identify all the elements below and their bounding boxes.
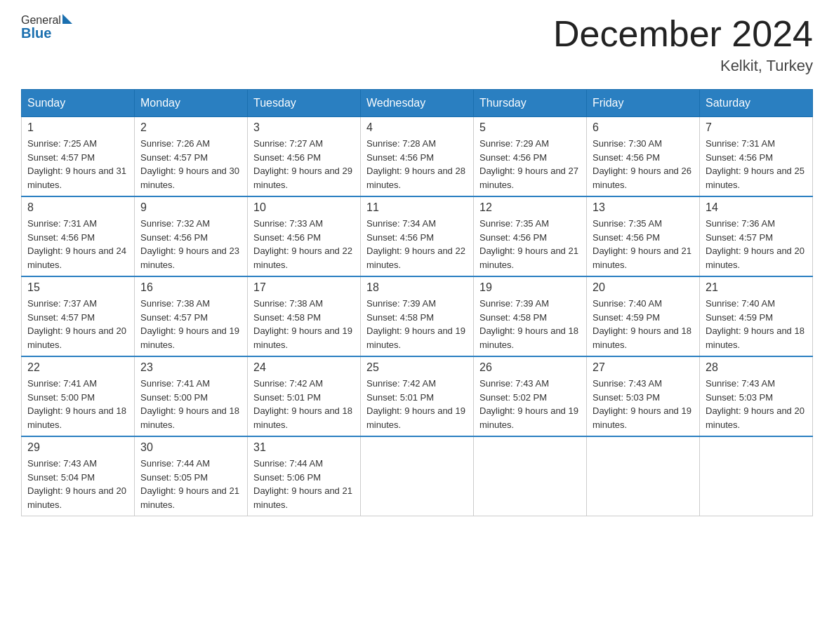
day-number: 7 <box>706 121 807 134</box>
day-info: Sunrise: 7:43 AMSunset: 5:04 PMDaylight:… <box>27 457 128 511</box>
table-row: 14Sunrise: 7:36 AMSunset: 4:57 PMDayligh… <box>700 196 813 276</box>
table-row: 16Sunrise: 7:38 AMSunset: 4:57 PMDayligh… <box>135 276 248 356</box>
table-row: 17Sunrise: 7:38 AMSunset: 4:58 PMDayligh… <box>248 276 361 356</box>
day-info: Sunrise: 7:26 AMSunset: 4:57 PMDaylight:… <box>140 137 241 192</box>
day-number: 27 <box>593 361 694 374</box>
day-info: Sunrise: 7:35 AMSunset: 4:56 PMDaylight:… <box>479 217 581 271</box>
calendar-week-row: 29Sunrise: 7:43 AMSunset: 5:04 PMDayligh… <box>22 436 813 516</box>
day-number: 26 <box>479 361 581 374</box>
day-number: 9 <box>140 201 241 214</box>
day-info: Sunrise: 7:37 AMSunset: 4:57 PMDaylight:… <box>27 297 128 351</box>
table-row: 9Sunrise: 7:32 AMSunset: 4:56 PMDaylight… <box>135 196 248 276</box>
day-number: 11 <box>366 201 468 214</box>
day-info: Sunrise: 7:25 AMSunset: 4:57 PMDaylight:… <box>27 137 128 192</box>
day-info: Sunrise: 7:34 AMSunset: 4:56 PMDaylight:… <box>366 217 468 271</box>
logo-arrow-icon <box>62 14 72 24</box>
table-row: 25Sunrise: 7:42 AMSunset: 5:01 PMDayligh… <box>361 356 474 436</box>
table-row: 1Sunrise: 7:25 AMSunset: 4:57 PMDaylight… <box>22 117 135 197</box>
day-number: 3 <box>253 121 355 134</box>
day-info: Sunrise: 7:38 AMSunset: 4:57 PMDaylight:… <box>140 297 241 351</box>
table-row: 12Sunrise: 7:35 AMSunset: 4:56 PMDayligh… <box>474 196 587 276</box>
table-row: 24Sunrise: 7:42 AMSunset: 5:01 PMDayligh… <box>248 356 361 436</box>
day-number: 20 <box>593 281 694 294</box>
col-monday: Monday <box>135 90 248 117</box>
table-row: 8Sunrise: 7:31 AMSunset: 4:56 PMDaylight… <box>22 196 135 276</box>
day-number: 19 <box>479 281 581 294</box>
table-row: 2Sunrise: 7:26 AMSunset: 4:57 PMDaylight… <box>135 117 248 197</box>
table-row: 19Sunrise: 7:39 AMSunset: 4:58 PMDayligh… <box>474 276 587 356</box>
day-number: 29 <box>27 441 128 454</box>
day-number: 6 <box>593 121 694 134</box>
table-row: 20Sunrise: 7:40 AMSunset: 4:59 PMDayligh… <box>587 276 700 356</box>
day-number: 18 <box>366 281 468 294</box>
table-row: 22Sunrise: 7:41 AMSunset: 5:00 PMDayligh… <box>22 356 135 436</box>
table-row: 13Sunrise: 7:35 AMSunset: 4:56 PMDayligh… <box>587 196 700 276</box>
day-info: Sunrise: 7:27 AMSunset: 4:56 PMDaylight:… <box>253 137 355 192</box>
day-info: Sunrise: 7:39 AMSunset: 4:58 PMDaylight:… <box>366 297 468 351</box>
table-row: 27Sunrise: 7:43 AMSunset: 5:03 PMDayligh… <box>587 356 700 436</box>
table-row: 23Sunrise: 7:41 AMSunset: 5:00 PMDayligh… <box>135 356 248 436</box>
day-info: Sunrise: 7:40 AMSunset: 4:59 PMDaylight:… <box>706 297 807 351</box>
day-info: Sunrise: 7:41 AMSunset: 5:00 PMDaylight:… <box>140 377 241 431</box>
day-number: 4 <box>366 121 468 134</box>
title-section: December 2024 Kelkit, Turkey <box>553 14 813 75</box>
calendar-header-row: Sunday Monday Tuesday Wednesday Thursday… <box>22 90 813 117</box>
table-row <box>474 436 587 516</box>
day-info: Sunrise: 7:40 AMSunset: 4:59 PMDaylight:… <box>593 297 694 351</box>
day-number: 28 <box>706 361 807 374</box>
calendar-week-row: 8Sunrise: 7:31 AMSunset: 4:56 PMDaylight… <box>22 196 813 276</box>
day-info: Sunrise: 7:32 AMSunset: 4:56 PMDaylight:… <box>140 217 241 271</box>
day-info: Sunrise: 7:29 AMSunset: 4:56 PMDaylight:… <box>479 137 581 192</box>
col-sunday: Sunday <box>22 90 135 117</box>
day-info: Sunrise: 7:42 AMSunset: 5:01 PMDaylight:… <box>253 377 355 431</box>
table-row <box>587 436 700 516</box>
logo-blue-text: Blue <box>21 25 51 41</box>
day-number: 8 <box>27 201 128 214</box>
table-row: 10Sunrise: 7:33 AMSunset: 4:56 PMDayligh… <box>248 196 361 276</box>
logo: General Blue <box>21 14 72 41</box>
day-info: Sunrise: 7:31 AMSunset: 4:56 PMDaylight:… <box>27 217 128 271</box>
day-info: Sunrise: 7:35 AMSunset: 4:56 PMDaylight:… <box>593 217 694 271</box>
day-number: 14 <box>706 201 807 214</box>
day-info: Sunrise: 7:44 AMSunset: 5:05 PMDaylight:… <box>140 457 241 511</box>
month-title: December 2024 <box>553 14 813 54</box>
day-number: 31 <box>253 441 355 454</box>
day-number: 16 <box>140 281 241 294</box>
table-row <box>361 436 474 516</box>
day-number: 24 <box>253 361 355 374</box>
table-row: 4Sunrise: 7:28 AMSunset: 4:56 PMDaylight… <box>361 117 474 197</box>
day-info: Sunrise: 7:44 AMSunset: 5:06 PMDaylight:… <box>253 457 355 511</box>
table-row: 26Sunrise: 7:43 AMSunset: 5:02 PMDayligh… <box>474 356 587 436</box>
day-info: Sunrise: 7:43 AMSunset: 5:02 PMDaylight:… <box>479 377 581 431</box>
day-number: 5 <box>479 121 581 134</box>
day-number: 23 <box>140 361 241 374</box>
day-info: Sunrise: 7:38 AMSunset: 4:58 PMDaylight:… <box>253 297 355 351</box>
calendar-week-row: 15Sunrise: 7:37 AMSunset: 4:57 PMDayligh… <box>22 276 813 356</box>
day-info: Sunrise: 7:41 AMSunset: 5:00 PMDaylight:… <box>27 377 128 431</box>
day-number: 21 <box>706 281 807 294</box>
day-info: Sunrise: 7:42 AMSunset: 5:01 PMDaylight:… <box>366 377 468 431</box>
day-number: 17 <box>253 281 355 294</box>
table-row: 18Sunrise: 7:39 AMSunset: 4:58 PMDayligh… <box>361 276 474 356</box>
day-info: Sunrise: 7:39 AMSunset: 4:58 PMDaylight:… <box>479 297 581 351</box>
table-row: 6Sunrise: 7:30 AMSunset: 4:56 PMDaylight… <box>587 117 700 197</box>
table-row: 3Sunrise: 7:27 AMSunset: 4:56 PMDaylight… <box>248 117 361 197</box>
calendar-week-row: 1Sunrise: 7:25 AMSunset: 4:57 PMDaylight… <box>22 117 813 197</box>
day-number: 2 <box>140 121 241 134</box>
day-number: 30 <box>140 441 241 454</box>
day-number: 10 <box>253 201 355 214</box>
day-info: Sunrise: 7:43 AMSunset: 5:03 PMDaylight:… <box>706 377 807 431</box>
col-wednesday: Wednesday <box>361 90 474 117</box>
day-number: 22 <box>27 361 128 374</box>
day-info: Sunrise: 7:43 AMSunset: 5:03 PMDaylight:… <box>593 377 694 431</box>
day-info: Sunrise: 7:28 AMSunset: 4:56 PMDaylight:… <box>366 137 468 192</box>
table-row: 11Sunrise: 7:34 AMSunset: 4:56 PMDayligh… <box>361 196 474 276</box>
day-number: 15 <box>27 281 128 294</box>
col-saturday: Saturday <box>700 90 813 117</box>
col-friday: Friday <box>587 90 700 117</box>
day-number: 12 <box>479 201 581 214</box>
col-tuesday: Tuesday <box>248 90 361 117</box>
table-row: 31Sunrise: 7:44 AMSunset: 5:06 PMDayligh… <box>248 436 361 516</box>
table-row: 30Sunrise: 7:44 AMSunset: 5:05 PMDayligh… <box>135 436 248 516</box>
day-info: Sunrise: 7:36 AMSunset: 4:57 PMDaylight:… <box>706 217 807 271</box>
